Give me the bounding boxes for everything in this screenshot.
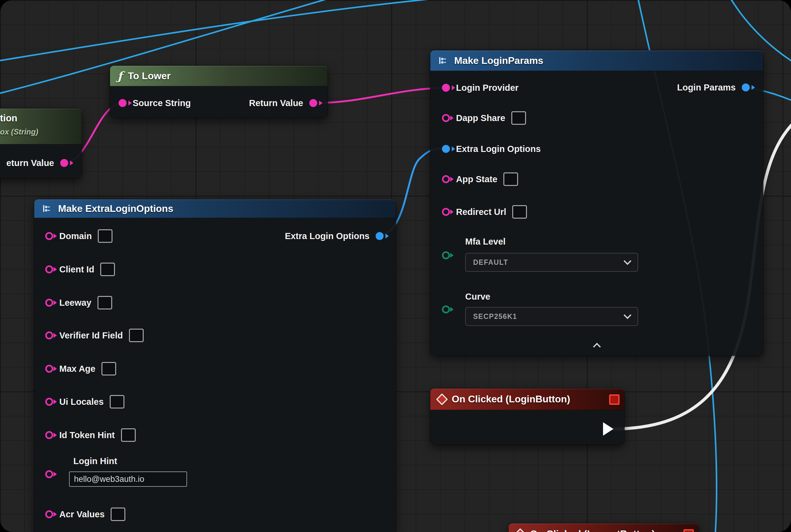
pin-row-ui-locales: Ui Locales (45, 393, 124, 410)
input-pin-mfa-level[interactable] (442, 251, 450, 259)
output-pin-return-value[interactable] (309, 99, 317, 107)
pin-label: Client Id (59, 264, 94, 274)
pin-row-id-token-hint: Id Token Hint (45, 426, 136, 444)
pin-row-login-hint: Login Hint (45, 456, 235, 496)
pin-label: Id Token Hint (59, 430, 115, 440)
node-title: Make ExtraLoginOptions (58, 203, 173, 214)
login-hint-input[interactable] (69, 472, 187, 487)
pin-label: Source String (133, 98, 191, 108)
output-pin-string[interactable] (60, 159, 68, 167)
pin-row-login-params-output: Login Params (677, 79, 750, 96)
input-pin-source-string[interactable] (119, 99, 127, 107)
pin-label: Ui Locales (59, 397, 103, 407)
node-subtitle: ox (String) (0, 128, 38, 136)
mfa-level-dropdown[interactable]: DEFAULT (465, 253, 638, 272)
wire-exec-top-2[interactable] (0, 0, 459, 61)
input-pin-domain[interactable] (45, 232, 53, 240)
input-pin-client-id[interactable] (45, 265, 53, 273)
to-lower-header[interactable]: ƒ To Lower (110, 66, 328, 86)
node-title: tion (0, 113, 17, 124)
mfa-level-block: Mfa Level (465, 236, 505, 247)
pin-label: Extra Login Options (456, 144, 541, 154)
pin-label: Login Provider (456, 83, 519, 93)
node-title: On Clicked (LogoutButton) (530, 528, 655, 532)
input-pin-acr-values[interactable] (45, 510, 53, 518)
wire-string-tolower-to-provider[interactable] (313, 88, 445, 103)
exec-output-pin[interactable] (603, 422, 613, 436)
node-title: To Lower (128, 70, 171, 82)
delegate-pin[interactable] (683, 529, 694, 532)
input-pin-redirect-url[interactable] (442, 208, 450, 216)
mfa-level-value: DEFAULT (473, 258, 508, 267)
input-pin-login-hint[interactable] (45, 470, 53, 478)
curve-block: Curve (465, 292, 490, 302)
pin-row-to-lower: Source String Return Value (119, 94, 317, 112)
pin-row-leeway: Leeway (45, 294, 112, 311)
event-diamond-icon (436, 393, 448, 405)
collapse-chevron-button[interactable] (594, 344, 600, 351)
output-pin-extra-login-options[interactable] (375, 232, 384, 240)
pin-row-verifier-id-field: Verifier Id Field (45, 327, 144, 344)
pin-label: App State (456, 174, 497, 184)
chevron-down-icon (623, 257, 631, 265)
verifier-id-field-entry-box[interactable] (129, 329, 144, 342)
pin-row-client-id: Client Id (45, 261, 115, 278)
pin-row-max-age: Max Age (45, 360, 116, 377)
node-partial-function[interactable]: tion ox (String) eturn Value (0, 109, 82, 178)
make-extra-header[interactable]: Make ExtraLoginOptions (34, 200, 396, 218)
app-state-entry-box[interactable] (503, 172, 518, 186)
pin-label: Login Params (677, 82, 736, 93)
node-make-login-params[interactable]: Make LoginParams Login Params Login Prov… (430, 51, 763, 356)
node-on-clicked-login-button[interactable]: On Clicked (LoginButton) (430, 388, 624, 444)
pin-label: Redirect Url (456, 207, 506, 217)
input-pin-id-token-hint[interactable] (45, 431, 53, 439)
pin-label: Verifier Id Field (59, 330, 123, 341)
redirect-url-entry-box[interactable] (512, 205, 527, 218)
input-pin-extra-login-options[interactable] (442, 145, 450, 153)
node-to-lower[interactable]: ƒ To Lower Source String Return Value (110, 66, 328, 118)
node-make-extra-login-options[interactable]: Make ExtraLoginOptions Extra Login Optio… (34, 200, 396, 532)
pin-label: Max Age (59, 364, 95, 374)
pin-row-return-value: eturn Value (6, 154, 68, 172)
pin-label: Leeway (59, 298, 91, 308)
on-clicked-login-header[interactable]: On Clicked (LoginButton) (430, 388, 624, 410)
node-on-clicked-logout-button[interactable]: On Clicked (LogoutButton) (508, 524, 699, 532)
pin-row-extra-login-options: Extra Login Options (442, 140, 541, 157)
pin-row-dapp-share: Dapp Share (442, 110, 526, 127)
output-pin-login-params[interactable] (742, 83, 750, 91)
blueprint-canvas[interactable]: tion ox (String) eturn Value ƒ To Lower … (0, 0, 791, 532)
pin-label: Domain (59, 231, 92, 241)
on-clicked-logout-header[interactable]: On Clicked (LogoutButton) (508, 524, 699, 532)
input-pin-max-age[interactable] (45, 365, 53, 373)
max-age-entry-box[interactable] (101, 362, 116, 376)
leeway-entry-box[interactable] (97, 296, 112, 309)
make-struct-icon (42, 203, 53, 214)
make-login-params-header[interactable]: Make LoginParams (430, 51, 763, 71)
id-token-hint-entry-box[interactable] (121, 429, 136, 442)
dapp-share-entry-box[interactable] (512, 111, 526, 125)
pin-row-login-provider: Login Provider (442, 79, 519, 96)
acr-values-entry-box[interactable] (111, 508, 125, 521)
client-id-entry-box[interactable] (100, 263, 115, 276)
pin-row-app-state: App State (442, 171, 518, 188)
input-pin-curve[interactable] (442, 305, 450, 314)
domain-entry-box[interactable] (98, 229, 113, 243)
pin-row-acr-values: Acr Values (45, 506, 125, 523)
input-pin-ui-locales[interactable] (45, 398, 53, 406)
input-pin-verifier-id-field[interactable] (45, 331, 53, 339)
pin-label: eturn Value (6, 158, 54, 168)
curve-dropdown[interactable]: SECP256K1 (465, 307, 638, 326)
input-pin-login-provider[interactable] (442, 84, 450, 92)
pin-label: Acr Values (59, 509, 104, 519)
partial-node-header[interactable]: tion ox (String) (0, 109, 82, 144)
pin-label: Return Value (249, 98, 303, 108)
input-pin-leeway[interactable] (45, 299, 53, 307)
pin-label: Mfa Level (465, 236, 505, 247)
event-diamond-icon (514, 528, 526, 532)
delegate-pin[interactable] (609, 394, 619, 405)
pin-row-redirect-url: Redirect Url (442, 203, 527, 221)
input-pin-dapp-share[interactable] (442, 114, 450, 122)
input-pin-app-state[interactable] (442, 175, 450, 183)
curve-value: SECP256K1 (473, 312, 517, 321)
ui-locales-entry-box[interactable] (110, 395, 124, 408)
